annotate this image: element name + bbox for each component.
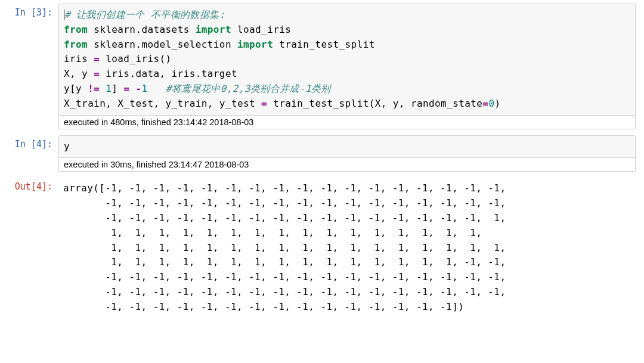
cell-4-output: Out[4]: array([-1, -1, -1, -1, -1, -1, -… — [0, 178, 644, 314]
output-prompt-4: Out[4]: — [0, 178, 58, 192]
timing-info-4: executed in 30ms, finished 23:14:47 2018… — [59, 157, 635, 171]
output-text-4: array([-1, -1, -1, -1, -1, -1, -1, -1, -… — [58, 178, 636, 314]
code-comment: # 让我们创建一个 不平衡的数据集: — [64, 9, 225, 20]
kw-import: import — [237, 39, 273, 50]
timing-info-3: executed in 480ms, finished 23:14:42 201… — [59, 115, 635, 129]
cell-4-output-body: array([-1, -1, -1, -1, -1, -1, -1, -1, -… — [58, 178, 636, 314]
code-comment: #将鸢尾花中0,2,3类别合并成-1类别 — [166, 83, 331, 94]
code-input-4[interactable]: y — [59, 136, 635, 158]
kw-from: from — [64, 39, 88, 50]
cell-3: In [3]: # 让我们创建一个 不平衡的数据集: from sklearn.… — [0, 4, 644, 129]
code-input-3[interactable]: # 让我们创建一个 不平衡的数据集: from sklearn.datasets… — [59, 4, 635, 115]
cell-4-input: In [4]: y executed in 30ms, finished 23:… — [0, 135, 644, 172]
code-box-4: y executed in 30ms, finished 23:14:47 20… — [58, 135, 636, 172]
cell-3-body: # 让我们创建一个 不平衡的数据集: from sklearn.datasets… — [58, 4, 636, 129]
input-prompt-3: In [3]: — [0, 4, 58, 18]
kw-import: import — [196, 24, 231, 35]
input-prompt-4: In [4]: — [0, 135, 58, 150]
cell-4-body: y executed in 30ms, finished 23:14:47 20… — [58, 135, 636, 172]
kw-from: from — [64, 24, 88, 35]
code-box-3: # 让我们创建一个 不平衡的数据集: from sklearn.datasets… — [58, 4, 636, 129]
